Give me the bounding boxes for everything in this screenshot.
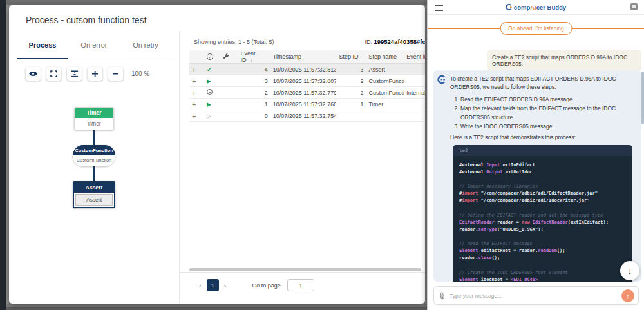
code-language-label: te2 [453, 145, 632, 156]
chat-input-bar: ↑ [428, 284, 644, 310]
background-sidebar-strip [0, 0, 6, 310]
tab-bar: Process On error On retry [17, 31, 171, 59]
expand-row-icon[interactable]: + [192, 112, 196, 120]
node-custom-function-type: CustomFunction [73, 145, 115, 155]
node-assert-type: Assert [74, 182, 114, 193]
bot-message-bubble: To create a TE2 script that maps EDIFACT… [433, 70, 641, 282]
tab-on-retry[interactable]: On retry [120, 31, 171, 59]
expand-row-icon[interactable]: + [192, 66, 196, 73]
events-pane: Showing entries: 1 - 5 (Total: 5) ID: 19… [180, 31, 425, 304]
message-input[interactable] [450, 293, 621, 299]
code-line: #import "/com/compacer/edbic/edi/Edifact… [459, 190, 626, 197]
event-id-header-label: Event ID [240, 50, 255, 63]
background-top-bar [6, 0, 427, 5]
goto-page-input[interactable] [287, 279, 314, 291]
page-1-button[interactable]: 1 [207, 279, 219, 291]
bot-intro-text: To create a TE2 script that maps EDIFACT… [450, 75, 635, 92]
scroll-down-button[interactable]: ↓ [620, 261, 639, 280]
background-bottom-edge [6, 307, 427, 310]
node-custom-function[interactable]: CustomFunction CustomFunction [73, 145, 115, 166]
flow-connector [93, 130, 95, 145]
zoom-in-button[interactable] [88, 67, 102, 81]
tab-process-label: Process [29, 41, 57, 49]
sort-desc-icon[interactable]: ↓ [250, 57, 252, 63]
code-line [459, 262, 626, 269]
success-status-icon: ✓ [207, 66, 212, 73]
wrench-icon [223, 53, 229, 59]
pending-status-icon: ▷ [207, 113, 211, 119]
dock-panel-icon[interactable] [630, 3, 638, 10]
code-line: // Create the IDOC ORDERS05 root element [459, 269, 626, 276]
event-table: ✓ Event ID↓ Timestamp Step ID Step name … [189, 50, 425, 122]
flow-connector [93, 166, 95, 181]
step-id-column-header[interactable]: Step ID [336, 50, 366, 64]
code-line: // Define the EDIFACT reader and set the… [459, 212, 626, 219]
bot-step-item: Map the relevant fields from the EDIFACT… [460, 104, 635, 122]
clock-status-icon [207, 89, 213, 95]
chat-scrollbar[interactable] [641, 72, 644, 124]
code-line [459, 233, 626, 240]
tab-on-error[interactable]: On error [68, 31, 120, 59]
showing-entries-label: Showing entries: 1 - 5 (Total: 5) [194, 39, 274, 45]
code-line [459, 176, 626, 183]
code-line [459, 205, 626, 212]
prev-page-icon[interactable]: ‹ [194, 282, 207, 289]
fit-center-button[interactable] [67, 67, 82, 81]
step-name-column-header[interactable]: Step name [366, 50, 404, 64]
node-assert-label: Assert [75, 194, 113, 206]
timestamp-column-header[interactable]: Timestamp [270, 50, 337, 64]
table-row[interactable]: + ✓ 4 10/07/2025 11:57:32.813 3 Assert [189, 64, 425, 75]
fullscreen-button[interactable] [46, 67, 61, 81]
send-button[interactable]: ↑ [621, 289, 634, 302]
running-status-icon: ▶ [207, 78, 211, 84]
expand-row-icon[interactable]: + [192, 77, 196, 85]
expand-row-icon[interactable]: + [192, 101, 196, 108]
process-test-modal: Process - cutsom function test Process O… [9, 5, 425, 304]
status-column-header[interactable]: ✓ [204, 50, 220, 64]
table-row[interactable]: + ▶ 3 10/07/2025 11:57:32.807 2 CustomFu… [189, 75, 425, 87]
table-row[interactable]: + ▶ 1 10/07/2025 11:57:32.760 1 Timer [189, 99, 425, 110]
table-meta: Showing entries: 1 - 5 (Total: 5) ID: 19… [180, 31, 425, 50]
app-logo-icon [506, 4, 512, 12]
preview-button[interactable] [26, 67, 41, 81]
chat-title: compAIcer Buddy [428, 4, 644, 12]
code-line: Element idocRoot = <EDI_DC40> [459, 276, 626, 282]
event-id-column-header[interactable]: Event ID↓ [238, 50, 270, 64]
zoom-level-label: 100 % [131, 70, 149, 77]
app-screen: Process - cutsom function test Process O… [0, 0, 644, 310]
modal-title: Process - cutsom function test [26, 15, 147, 25]
user-message-bubble: Create a TE2 script that maps ORDERS D.9… [487, 50, 641, 71]
tab-process[interactable]: Process [17, 31, 68, 59]
node-custom-function-label: CustomFunction [73, 155, 115, 166]
goto-page-label: Go to page [252, 282, 281, 289]
expand-row-icon[interactable]: + [192, 89, 196, 97]
code-body: #external Input extInEdifact#external Ou… [453, 156, 632, 282]
code-line: #external Input extInEdifact [459, 162, 626, 169]
zoom-out-button[interactable] [108, 67, 123, 81]
code-line: #import "/com/compacer/edbic/edi/IdocWri… [459, 197, 626, 204]
process-flowchart: Timer Timer CustomFunction CustomFunctio… [9, 107, 179, 208]
next-page-icon[interactable]: › [219, 282, 232, 289]
bot-step-item: Write the IDOC ORDERS05 message. [460, 122, 635, 131]
horizontal-scrollbar[interactable] [189, 268, 421, 271]
tab-on-error-label: On error [81, 41, 108, 49]
canvas-toolbar: 100 % [26, 67, 149, 81]
node-timer[interactable]: Timer Timer [74, 107, 114, 130]
table-row[interactable]: + 2 10/07/2025 11:57:32.779 2 CustomFunc… [189, 87, 425, 99]
status-pill: Go ahead, I'm listening [500, 22, 573, 35]
table-row[interactable]: + ▷ 0 10/07/2025 11:57:32.754 [189, 110, 425, 122]
run-id-label: ID: [365, 39, 372, 45]
event-info-column-header[interactable]: Event info [404, 50, 425, 64]
message-input-box: ↑ [433, 286, 639, 305]
node-assert[interactable]: Assert Assert [73, 181, 115, 208]
bot-steps-list: Read the EDIFACT ORDERS D.96A message.Ma… [460, 95, 635, 131]
code-line: #external Output extOutIdoc [459, 169, 626, 176]
eye-icon [29, 70, 37, 77]
code-line: reader.setType("ORDERS_D.96A"); [459, 226, 626, 233]
bot-step-item: Read the EDIFACT ORDERS D.96A message. [460, 95, 635, 104]
action-column-header[interactable] [220, 50, 238, 64]
table-header-row: ✓ Event ID↓ Timestamp Step ID Step name … [189, 50, 425, 64]
attachment-icon[interactable] [439, 292, 446, 300]
fullscreen-icon [50, 70, 57, 77]
code-line: // Import necessary libraries [459, 183, 626, 190]
